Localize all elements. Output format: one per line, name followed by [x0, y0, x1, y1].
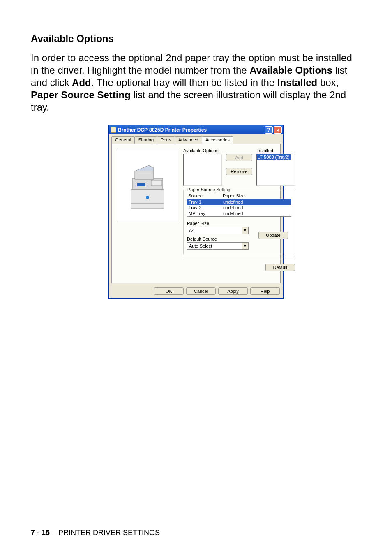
- paper-source-setting-group: Paper Source Setting Source Paper Size T…: [183, 190, 295, 254]
- body-bold-installed: Installed: [277, 77, 317, 88]
- pss-cell-source: Tray 1: [187, 199, 222, 205]
- tab-row: General Sharing Ports Advanced Accessori…: [109, 134, 283, 144]
- help-button[interactable]: Help: [250, 287, 280, 295]
- tab-general[interactable]: General: [111, 136, 135, 144]
- titlebar-close-button[interactable]: ×: [274, 126, 282, 134]
- available-options-listbox[interactable]: [183, 154, 222, 186]
- body-bold-paper-source-setting: Paper Source Setting: [31, 89, 131, 100]
- tab-accessories[interactable]: Accessories: [202, 136, 233, 144]
- svg-rect-3: [135, 171, 154, 179]
- pss-cell-source: Tray 2: [187, 205, 222, 211]
- titlebar: Brother DCP-8025D Printer Properties ? ×: [109, 125, 283, 134]
- svg-marker-4: [135, 165, 154, 171]
- printer-icon: [111, 127, 116, 133]
- dialog-title: Brother DCP-8025D Printer Properties: [118, 127, 207, 133]
- accessories-panel: Available Options Add Remove Installed L…: [111, 144, 281, 283]
- page-number: 7 - 15: [31, 528, 50, 537]
- tab-ports[interactable]: Ports: [157, 136, 175, 144]
- installed-label: Installed: [256, 148, 295, 153]
- body-bold-available-options: Available Options: [249, 65, 332, 76]
- installed-listbox[interactable]: LT-5000 (Tray2): [256, 154, 295, 186]
- default-source-combo[interactable]: Auto Select ▼: [187, 242, 249, 250]
- svg-point-6: [146, 196, 149, 199]
- titlebar-help-button[interactable]: ?: [265, 126, 273, 134]
- pss-cell-size: undefined: [222, 199, 267, 205]
- mfp-icon: [125, 160, 170, 210]
- printer-illustration: [117, 148, 178, 222]
- pss-col-size: Paper Size: [221, 193, 267, 199]
- tab-advanced[interactable]: Advanced: [175, 136, 202, 144]
- chevron-down-icon: ▼: [242, 227, 248, 234]
- body-bold-add: Add: [72, 77, 91, 88]
- pss-cell-source: MP Tray: [187, 211, 222, 216]
- update-button[interactable]: Update: [258, 232, 288, 239]
- paper-size-combo[interactable]: A4 ▼: [187, 227, 249, 234]
- pss-cell-size: undefined: [222, 205, 267, 211]
- pss-row[interactable]: Tray 2 undefined: [187, 205, 291, 211]
- svg-rect-1: [131, 203, 164, 208]
- ok-button[interactable]: OK: [154, 287, 184, 295]
- default-source-value: Auto Select: [187, 243, 242, 248]
- properties-dialog: Brother DCP-8025D Printer Properties ? ×…: [108, 125, 284, 299]
- installed-item[interactable]: LT-5000 (Tray2): [257, 154, 291, 160]
- svg-rect-5: [151, 180, 162, 186]
- paper-size-value: A4: [187, 228, 242, 233]
- pss-table[interactable]: Tray 1 undefined Tray 2 undefined MP Tra…: [187, 199, 291, 217]
- footer-section: PRINTER DRIVER SETTINGS: [58, 528, 160, 537]
- cancel-button[interactable]: Cancel: [186, 287, 216, 295]
- available-options-label: Available Options: [183, 148, 222, 153]
- dialog-bottom-buttons: OK Cancel Apply Help: [109, 285, 283, 298]
- section-heading: Available Options: [31, 33, 361, 44]
- paper-size-label: Paper Size: [187, 221, 249, 226]
- pss-row[interactable]: Tray 1 undefined: [187, 199, 291, 205]
- body-run: . The optional tray will then be listed …: [91, 77, 277, 88]
- paper-source-setting-title: Paper Source Setting: [186, 187, 232, 192]
- pss-col-source: Source: [187, 193, 221, 199]
- default-source-label: Default Source: [187, 236, 249, 241]
- svg-rect-7: [137, 183, 145, 186]
- body-run: box,: [317, 77, 339, 88]
- remove-button[interactable]: Remove: [226, 168, 252, 175]
- body-paragraph: In order to access the optional 2nd pape…: [31, 52, 361, 114]
- add-button[interactable]: Add: [226, 154, 252, 161]
- chevron-down-icon: ▼: [242, 243, 248, 249]
- pss-cell-size: undefined: [222, 211, 267, 216]
- default-button[interactable]: Default: [265, 264, 295, 271]
- apply-button[interactable]: Apply: [218, 287, 248, 295]
- page-footer: 7 - 15 PRINTER DRIVER SETTINGS: [31, 528, 160, 537]
- pss-row[interactable]: MP Tray undefined: [187, 211, 291, 216]
- tab-sharing[interactable]: Sharing: [134, 136, 157, 144]
